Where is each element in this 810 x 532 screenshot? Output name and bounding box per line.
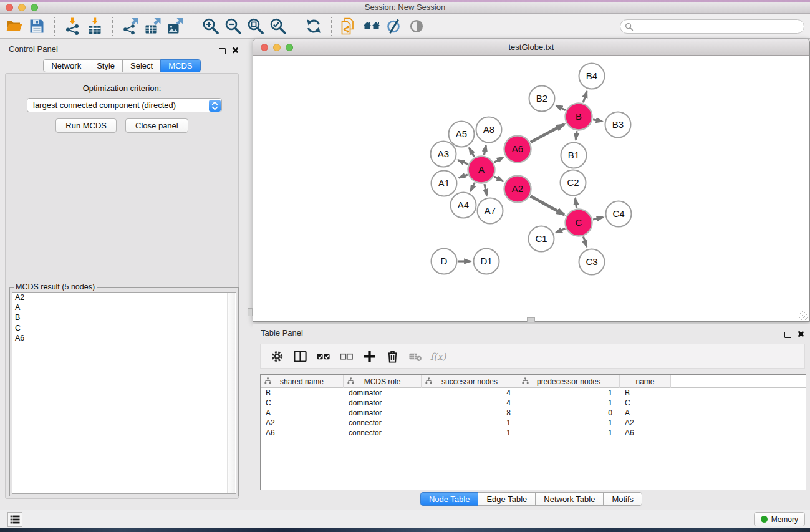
graph-edge-A-A1[interactable] [459,175,468,178]
mcds-result-list[interactable]: A2ABCA6 [12,292,236,494]
cell-predecessor-nodes[interactable]: 1 [518,418,620,428]
export-table-button[interactable] [142,16,164,37]
table-row[interactable]: Cdominator41C [261,398,806,408]
cell-successor-nodes[interactable]: 4 [422,398,518,408]
tab-style[interactable]: Style [89,59,123,72]
cell-predecessor-nodes[interactable]: 1 [518,428,620,438]
minimize-window-button[interactable] [18,4,26,11]
zoom-out-button[interactable] [222,16,244,37]
cell-name[interactable]: A [620,408,671,418]
close-control-panel-button[interactable] [231,45,238,56]
show-hide-panels-button[interactable] [405,16,428,37]
network-graph[interactable]: AA1A2A3A4A5A6A7A8BB1B2B3B4CC1C2C3C4DD1 [253,56,809,322]
cell-name[interactable]: A6 [620,428,671,438]
close-network-button[interactable] [261,44,268,51]
column-header-successor-nodes[interactable]: successor nodes [422,375,518,388]
split-pane-handle[interactable] [527,317,535,322]
column-header-mcds-role[interactable]: MCDS role [344,375,422,388]
cell-mcds-role[interactable]: connector [344,418,422,428]
cell-name[interactable]: C [620,398,671,408]
new-network-from-selection-button[interactable] [338,16,360,37]
graph-edge-A-A8[interactable] [484,145,486,155]
graph-edge-A-A4[interactable] [471,183,475,191]
mcds-result-item[interactable]: A6 [12,333,236,343]
import-network-button[interactable] [61,16,84,37]
graph-edge-A-A6[interactable] [494,157,503,162]
float-table-panel-button[interactable] [784,329,791,341]
graph-edge-B-B3[interactable] [593,120,602,122]
cell-predecessor-nodes[interactable]: 1 [518,388,620,398]
zoom-fit-button[interactable] [244,16,267,37]
mcds-result-item[interactable]: B [12,312,236,322]
close-table-panel-button[interactable] [797,329,804,340]
graph-edge-A-A5[interactable] [470,148,475,157]
tab-node-table[interactable]: Node Table [420,492,479,506]
graph-edge-A2-C[interactable] [531,196,564,215]
cell-mcds-role[interactable]: connector [344,428,422,438]
cell-mcds-role[interactable]: dominator [344,398,422,408]
column-header-shared-name[interactable]: shared name [261,375,344,388]
network-canvas[interactable]: AA1A2A3A4A5A6A7A8BB1B2B3B4CC1C2C3C4DD1 [253,56,809,321]
close-window-button[interactable] [6,4,13,11]
mcds-result-item[interactable]: A2 [12,293,236,302]
mcds-result-item[interactable]: A [12,302,236,312]
save-session-button[interactable] [26,16,48,37]
cell-shared-name[interactable]: B [261,388,344,398]
tab-edge-table[interactable]: Edge Table [478,492,536,506]
column-header-name[interactable]: name [620,375,671,388]
cell-successor-nodes[interactable]: 1 [422,428,518,438]
cell-shared-name[interactable]: A2 [261,418,344,428]
memory-button[interactable]: Memory [754,512,805,526]
run-mcds-button[interactable]: Run MCDS [55,118,117,133]
search-input[interactable] [637,21,799,32]
table-row[interactable]: Bdominator41B [261,388,806,398]
graph-edge-A-A7[interactable] [485,184,487,195]
tab-select[interactable]: Select [122,59,161,72]
tab-network-table[interactable]: Network Table [535,492,604,506]
unselect-all-button[interactable] [337,347,355,365]
refresh-button[interactable] [302,16,325,37]
graph-edge-C-C3[interactable] [583,236,587,247]
column-header-predecessor-nodes[interactable]: predecessor nodes [518,375,620,388]
graph-edge-C-C2[interactable] [576,198,577,208]
cell-successor-nodes[interactable]: 1 [422,418,518,428]
optimization-criterion-dropdown[interactable]: largest connected component (directed) [27,98,222,112]
open-session-button[interactable] [3,16,26,37]
graph-edge-A6-B[interactable] [531,124,564,142]
graph-edge-B-B1[interactable] [576,131,577,139]
cell-predecessor-nodes[interactable]: 0 [518,408,620,418]
cell-shared-name[interactable]: A6 [261,428,344,438]
select-all-button[interactable] [314,347,332,365]
zoom-network-button[interactable] [286,44,293,51]
import-table-button[interactable] [84,16,106,37]
tab-motifs[interactable]: Motifs [603,492,642,506]
cell-name[interactable]: A2 [620,418,671,428]
table-row[interactable]: Adominator80A [261,408,806,418]
cell-successor-nodes[interactable]: 8 [422,408,518,418]
network-window-titlebar[interactable]: testGlobe.txt [253,39,809,56]
cell-shared-name[interactable]: C [261,398,344,408]
cell-mcds-role[interactable]: dominator [344,408,422,418]
close-panel-button[interactable]: Close panel [125,118,188,133]
zoom-in-button[interactable] [200,16,222,37]
delete-row-button[interactable] [383,347,402,365]
zoom-window-button[interactable] [31,4,38,11]
export-network-button[interactable] [119,16,142,37]
graph-edge-A-A3[interactable] [458,160,468,164]
graph-edge-B-B4[interactable] [583,91,587,102]
cybrowser-home-button[interactable] [360,16,383,37]
cell-name[interactable]: B [620,388,671,398]
graph-edge-B-B2[interactable] [556,105,566,110]
graph-edge-C-C1[interactable] [556,228,565,233]
scrollbar-track[interactable] [227,293,235,493]
graph-edge-C-C4[interactable] [593,217,603,220]
cell-predecessor-nodes[interactable]: 1 [518,398,620,408]
cell-mcds-role[interactable]: dominator [344,388,422,398]
window-resize-grip-icon[interactable] [799,311,808,320]
gear-button[interactable] [268,347,286,365]
export-image-button[interactable] [164,16,186,37]
add-row-button[interactable] [360,347,378,365]
tab-mcds[interactable]: MCDS [160,59,200,72]
table-row[interactable]: A6connector11A6 [261,428,806,438]
toggle-graphics-details-button[interactable] [383,16,405,37]
